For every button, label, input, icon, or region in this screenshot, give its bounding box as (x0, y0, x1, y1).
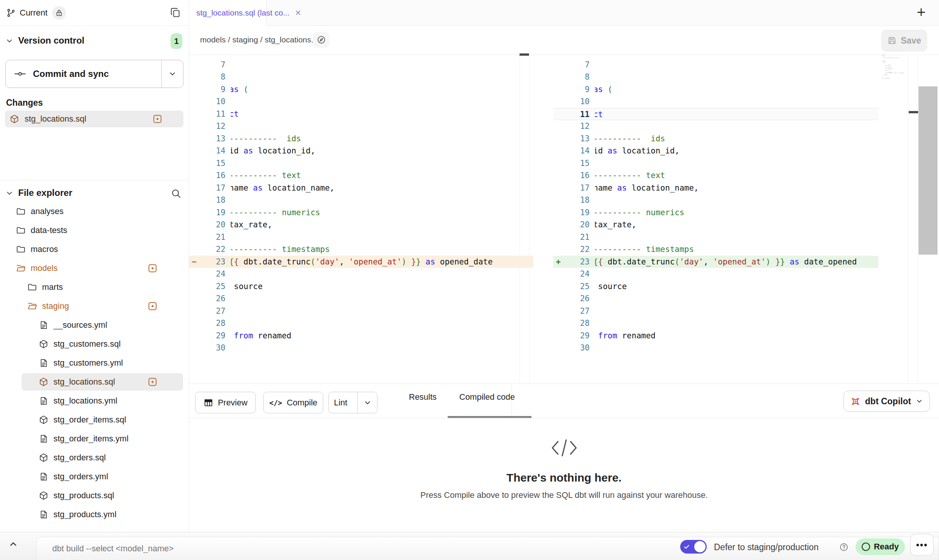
code-line[interactable]: 30 (534, 342, 939, 354)
code-line[interactable]: 8 (189, 71, 534, 83)
code-line[interactable]: 24 (189, 268, 534, 280)
code-line[interactable]: 29select * from renamed (189, 330, 534, 342)
code-line[interactable]: 12 (189, 120, 534, 133)
diff-editor-right[interactable]: 67),89renamed as (1011 select1213 ------… (534, 55, 939, 383)
tree-item-macros[interactable]: macros (0, 240, 189, 259)
code-line[interactable]: 18 (189, 194, 534, 206)
diff-editor-left[interactable]: 67),89renamed as (1011 select1213 ------… (189, 55, 534, 383)
code-line[interactable]: 7), (534, 59, 939, 71)
code-line[interactable]: 14 id as location_id, (534, 145, 939, 157)
status-badge[interactable]: Ready (856, 538, 905, 555)
code-line[interactable]: 14 id as location_id, (189, 145, 534, 157)
code-line[interactable]: 9renamed as ( (534, 83, 939, 96)
commit-and-sync-button[interactable]: Commit and sync (5, 60, 183, 88)
tab-results[interactable]: Results (409, 392, 437, 402)
code-line[interactable]: 19 ---------- numerics (534, 206, 939, 219)
chevron-down-icon[interactable] (5, 189, 14, 197)
code-line[interactable]: 21 (534, 231, 939, 244)
save-button[interactable]: Save (881, 30, 927, 52)
code-line[interactable]: 24 (534, 268, 939, 280)
copy-icon[interactable] (170, 7, 182, 19)
lint-button[interactable]: Lint (328, 392, 377, 413)
overview-ruler (908, 55, 909, 383)
preview-button[interactable]: Preview (195, 392, 256, 413)
code-line[interactable]: +23 {{ dbt.date_trunc('day', 'opened_at'… (534, 256, 939, 268)
lint-dropdown[interactable] (357, 392, 377, 413)
code-line[interactable]: 8 (534, 71, 939, 83)
tree-item-stg_products.yml[interactable]: stg_products.yml (0, 505, 189, 524)
code-line[interactable]: 6 (189, 55, 534, 59)
code-line[interactable]: 25 from source (534, 280, 939, 293)
search-icon[interactable] (171, 188, 182, 199)
code-line[interactable]: 15 (534, 157, 939, 170)
code-line[interactable]: 9renamed as ( (189, 83, 534, 96)
code-line[interactable]: 6 (534, 55, 939, 59)
code-line[interactable]: 10 (534, 95, 939, 108)
code-line[interactable]: 18 (534, 194, 939, 206)
code-line[interactable]: −23 {{ dbt.date_trunc('day', 'opened_at'… (189, 256, 534, 268)
code-line[interactable]: 26 (534, 293, 939, 305)
code-line[interactable]: 15 (189, 157, 534, 170)
file-explorer-title[interactable]: File explorer (18, 188, 72, 198)
code-line[interactable]: 17 name as location_name, (534, 182, 939, 194)
close-icon[interactable]: ✕ (295, 8, 301, 17)
tree-item-analyses[interactable]: analyses (0, 202, 189, 221)
code-line[interactable]: 25 from source (189, 280, 534, 293)
tree-item-stg_customers.sql[interactable]: stg_customers.sql (0, 335, 189, 354)
tab-stg-locations[interactable]: stg_locations.sql (last co... ✕ (189, 0, 266, 26)
tree-item-data-tests[interactable]: data-tests (0, 221, 189, 240)
code-line[interactable]: 27) (189, 305, 534, 318)
tree-item-__sources.yml[interactable]: __sources.yml (0, 316, 189, 335)
defer-toggle[interactable] (680, 540, 707, 554)
commit-options-dropdown[interactable] (161, 60, 183, 88)
tree-item-stg_orders.sql[interactable]: stg_orders.sql (0, 448, 189, 467)
code-line[interactable]: 29select * from renamed (534, 330, 939, 342)
tab-compiled-code[interactable]: Compiled code (459, 392, 515, 402)
code-line[interactable]: 27) (534, 305, 939, 318)
code-line[interactable]: 30 (189, 342, 534, 354)
vertical-scrollbar[interactable] (919, 86, 937, 255)
minimap[interactable]: withsource as ( select * from {{ source(… (882, 54, 908, 82)
code-line[interactable]: 17 name as location_name, (189, 182, 534, 194)
tree-item-stg_locations.yml[interactable]: stg_locations.yml (0, 391, 189, 410)
code-line[interactable]: 26 (189, 293, 534, 305)
code-line[interactable]: 13 ---------- ids (534, 133, 939, 145)
code-line[interactable]: 7), (189, 59, 534, 71)
code-line[interactable]: 12 (534, 120, 939, 133)
tree-item-staging[interactable]: staging (0, 297, 189, 316)
code-line[interactable]: 11 select (189, 108, 534, 120)
tree-item-marts[interactable]: marts (0, 278, 189, 297)
branch-name[interactable]: Current (20, 8, 47, 18)
tree-item-stg_order_items.sql[interactable]: stg_order_items.sql (0, 410, 189, 429)
tree-item-stg_products.sql[interactable]: stg_products.sql (0, 486, 189, 505)
code-line[interactable]: 13 ---------- ids (189, 133, 534, 145)
help-icon[interactable] (839, 542, 849, 552)
code-line[interactable]: 22 ---------- timestamps (534, 243, 939, 256)
breadcrumb[interactable]: models / staging / stg_locations.sql (200, 35, 324, 44)
more-options-button[interactable]: ••• (910, 534, 934, 556)
tree-item-stg_locations.sql[interactable]: stg_locations.sql (0, 372, 189, 391)
chevron-up-icon[interactable] (8, 539, 18, 549)
code-line[interactable]: 22 ---------- timestamps (189, 243, 534, 256)
version-control-title[interactable]: Version control (18, 35, 85, 46)
new-tab-button[interactable]: + (912, 3, 930, 21)
code-line[interactable]: 20 tax_rate, (534, 219, 939, 231)
code-line[interactable]: 16 ---------- text (534, 169, 939, 182)
code-line[interactable]: 20 tax_rate, (189, 219, 534, 231)
chevron-down-icon[interactable] (5, 37, 14, 45)
copilot-compass-icon[interactable] (313, 32, 329, 48)
code-line[interactable]: 21 (189, 231, 534, 244)
code-line[interactable]: 28 (534, 317, 939, 330)
tree-item-stg_customers.yml[interactable]: stg_customers.yml (0, 354, 189, 372)
tree-item-stg_order_items.yml[interactable]: stg_order_items.yml (0, 429, 189, 448)
code-line[interactable]: 19 ---------- numerics (189, 206, 534, 219)
tree-item-stg_orders.yml[interactable]: stg_orders.yml (0, 467, 189, 486)
dbt-copilot-button[interactable]: dbt Copilot (844, 391, 930, 412)
code-line[interactable]: 16 ---------- text (189, 169, 534, 182)
tree-item-models[interactable]: models (0, 259, 189, 278)
code-line[interactable]: 11 select (534, 108, 939, 120)
code-line[interactable]: 10 (189, 95, 534, 108)
code-line[interactable]: 28 (189, 317, 534, 330)
compile-button[interactable]: </> Compile (263, 392, 323, 413)
changed-file-stg_locations.sql[interactable]: stg_locations.sql (5, 111, 183, 127)
